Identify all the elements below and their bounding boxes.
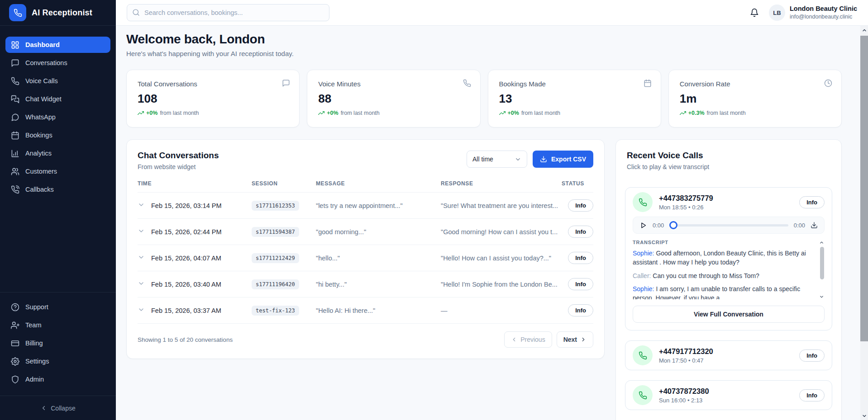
transcript-text: Good afternoon, London Beauty Clinic, th…	[633, 250, 806, 266]
scrollbar-thumb[interactable]	[820, 247, 824, 279]
previous-page-button[interactable]: Previous	[504, 331, 552, 348]
trend-value: +0%	[327, 110, 338, 116]
sidebar-item-settings[interactable]: Settings	[5, 353, 110, 369]
export-csv-button[interactable]: Export CSV	[533, 151, 593, 168]
voice-call-card-expanded: +447383275779 Mon 18:55 • 0:26 Info 0:00	[625, 187, 832, 330]
play-button[interactable]	[639, 222, 647, 229]
trending-up-icon	[138, 110, 144, 116]
table-row[interactable]: Feb 15, 2026, 03:40 AM s17711196420 "hi …	[138, 271, 593, 297]
cell-time: Feb 15, 2026, 02:44 PM	[151, 219, 252, 245]
sidebar-item-analytics[interactable]: Analytics	[5, 145, 110, 161]
time-filter-select[interactable]: All time	[467, 151, 527, 168]
scroll-up-icon[interactable]	[819, 240, 825, 245]
speaker-name: Sophie:	[633, 285, 654, 293]
session-badge: s17711212429	[252, 253, 299, 263]
transcript-line: Sophie: I am sorry, I am unable to trans…	[633, 284, 816, 299]
window-scrollbar[interactable]	[860, 26, 868, 420]
table-row[interactable]: Feb 15, 2026, 04:07 AM s17711212429 "hel…	[138, 245, 593, 271]
transcript-label: TRANSCRIPT	[633, 240, 816, 245]
user-menu[interactable]: LB London Beauty Clinic info@londonbeaut…	[769, 5, 857, 21]
transcript-text: I am sorry, I am unable to transfer call…	[633, 285, 800, 299]
pagination-summary: Showing 1 to 5 of 20 conversations	[138, 336, 233, 343]
expand-row-chevron-icon[interactable]	[138, 227, 145, 235]
transcript-scrollbar[interactable]	[819, 240, 825, 299]
main-content: Welcome back, London Here's what's happe…	[116, 26, 860, 420]
scroll-down-icon[interactable]	[860, 411, 868, 420]
download-recording-button[interactable]	[811, 222, 818, 229]
info-button[interactable]: Info	[799, 196, 825, 208]
info-button[interactable]: Info	[568, 199, 593, 212]
session-badge: s17711594387	[252, 227, 299, 237]
sidebar-item-bookings[interactable]: Bookings	[5, 127, 110, 143]
cell-time: Feb 15, 2026, 03:37 AM	[151, 297, 252, 324]
info-button[interactable]: Info	[568, 252, 593, 264]
sidebar-footer-nav: Support Team Billing Settings Admin	[0, 292, 116, 389]
call-number: +447383275779	[659, 194, 713, 203]
chat-panel-title: Chat Conversations	[138, 151, 219, 160]
seek-slider[interactable]	[669, 221, 788, 229]
expand-row-chevron-icon[interactable]	[138, 201, 145, 208]
sidebar: AI Receptionist Dashboard Conversations …	[0, 0, 116, 420]
transcript-line: Sophie: Good afternoon, London Beauty Cl…	[633, 249, 816, 267]
table-row[interactable]: Feb 15, 2026, 03:14 PM s17711612353 "let…	[138, 193, 593, 219]
phone-avatar	[633, 385, 653, 405]
sidebar-item-conversations[interactable]: Conversations	[5, 55, 110, 71]
stat-value: 108	[138, 92, 288, 106]
info-button[interactable]: Info	[799, 389, 825, 401]
sidebar-item-label: Settings	[25, 358, 49, 365]
stat-trend: +0% from last month	[318, 110, 469, 116]
message-square-icon	[282, 79, 290, 87]
cell-time: Feb 15, 2026, 04:07 AM	[151, 245, 252, 271]
help-circle-icon	[11, 303, 19, 311]
slider-knob[interactable]	[669, 221, 677, 229]
cell-response: "Hello! I'm Sophie from the London Be...	[441, 271, 562, 297]
info-button[interactable]: Info	[799, 349, 825, 362]
previous-label: Previous	[520, 336, 545, 343]
bell-icon	[750, 8, 759, 17]
next-page-button[interactable]: Next	[557, 331, 593, 348]
sidebar-item-team[interactable]: Team	[5, 317, 110, 333]
expand-row-chevron-icon[interactable]	[138, 254, 145, 261]
view-full-conversation-button[interactable]: View Full Conversation	[633, 306, 825, 323]
sidebar-item-support[interactable]: Support	[5, 299, 110, 315]
scrollbar-thumb[interactable]	[860, 36, 868, 341]
stat-label: Bookings Made	[499, 80, 650, 88]
sidebar-item-voice-calls[interactable]: Voice Calls	[5, 73, 110, 89]
voice-call-row[interactable]: +447917712320 Mon 17:50 • 0:47 Info	[625, 341, 832, 370]
sidebar-item-chat-widget[interactable]: Chat Widget	[5, 91, 110, 107]
trend-note: from last month	[341, 110, 380, 116]
search-input[interactable]	[127, 4, 329, 21]
sidebar-item-callbacks[interactable]: Callbacks	[5, 181, 110, 198]
voice-call-row[interactable]: +447383275779 Mon 18:55 • 0:26 Info	[625, 188, 832, 217]
sidebar-item-dashboard[interactable]: Dashboard	[5, 37, 110, 53]
info-button[interactable]: Info	[568, 226, 593, 238]
stat-card-conversion-rate: Conversion Rate 1m +0.3% from last month	[668, 70, 842, 127]
stat-card-total-conversations: Total Conversations 108 +0% from last mo…	[126, 70, 300, 127]
trend-value: +0%	[508, 110, 519, 116]
info-button[interactable]: Info	[568, 278, 593, 290]
cell-message: "hello..."	[316, 245, 441, 271]
stat-label: Conversion Rate	[680, 80, 830, 88]
collapse-button[interactable]: Collapse	[0, 396, 116, 420]
sidebar-item-customers[interactable]: Customers	[5, 163, 110, 179]
call-meta: Mon 18:55 • 0:26	[659, 204, 713, 211]
chevron-left-icon	[511, 336, 517, 343]
voice-call-row[interactable]: +40737872380 Sun 16:00 • 2:13 Info	[625, 381, 832, 410]
notifications-button[interactable]	[748, 6, 761, 19]
voice-call-card: +40737872380 Sun 16:00 • 2:13 Info	[625, 380, 832, 410]
table-row[interactable]: Feb 15, 2026, 03:37 AM test-fix-123 "Hel…	[138, 297, 593, 324]
table-row[interactable]: Feb 15, 2026, 02:44 PM s17711594387 "goo…	[138, 219, 593, 245]
bar-chart-icon	[11, 149, 19, 158]
cell-message: "hi betty..."	[316, 271, 441, 297]
sidebar-item-admin[interactable]: Admin	[5, 371, 110, 387]
info-button[interactable]: Info	[568, 304, 593, 316]
expand-row-chevron-icon[interactable]	[138, 306, 145, 313]
scroll-down-icon[interactable]	[819, 294, 825, 299]
chat-panel-subtitle: From website widget	[138, 163, 219, 170]
sidebar-item-whatsapp[interactable]: WhatsApp	[5, 109, 110, 125]
conversations-table: TIME SESSION MESSAGE RESPONSE STATUS Feb…	[138, 180, 593, 324]
session-badge: s17711196420	[252, 279, 299, 289]
expand-row-chevron-icon[interactable]	[138, 280, 145, 287]
sidebar-item-billing[interactable]: Billing	[5, 335, 110, 351]
scroll-up-icon[interactable]	[860, 26, 868, 34]
